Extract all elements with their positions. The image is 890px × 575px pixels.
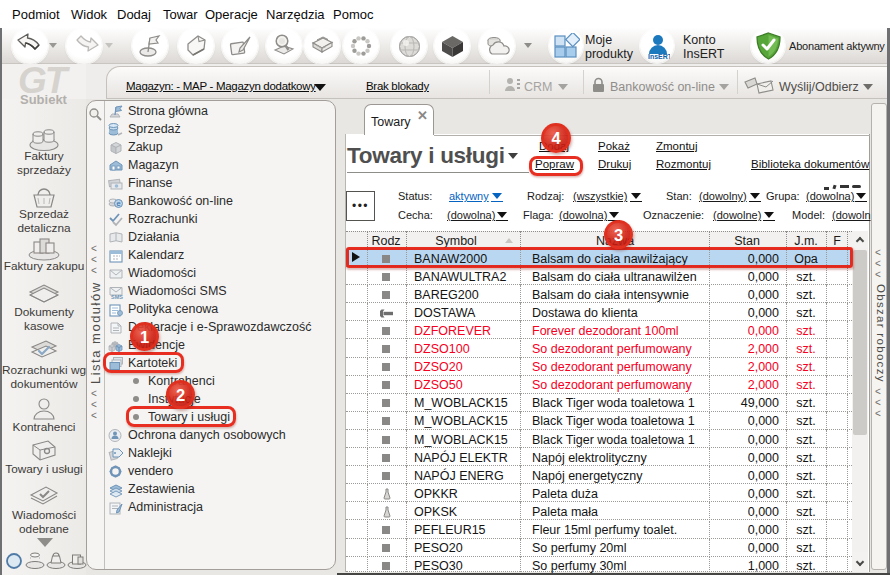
svg-text:InsERT: InsERT bbox=[648, 53, 670, 60]
svg-text:e: e bbox=[117, 199, 121, 208]
svg-text:SMS: SMS bbox=[111, 294, 123, 300]
